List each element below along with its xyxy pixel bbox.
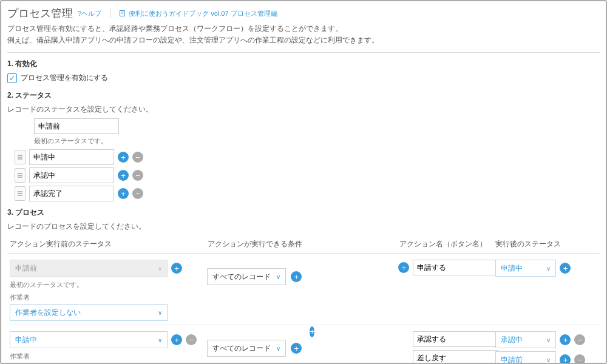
book-icon	[119, 10, 126, 17]
after-status-select[interactable]: 承認中∨	[495, 331, 556, 348]
add-status-button[interactable]: +	[118, 170, 129, 181]
col-before-status: アクション実行前のステータス	[10, 239, 208, 249]
help-link[interactable]: ?ヘルプ	[78, 9, 101, 18]
add-process-button[interactable]: +	[171, 334, 182, 345]
guidebook-link[interactable]: 便利に使おうガイドブック vol.07 プロセス管理編	[119, 9, 277, 18]
drag-handle[interactable]	[15, 186, 25, 201]
vertical-divider	[110, 8, 110, 18]
worker-select[interactable]: 作業者を設定しない∨	[10, 304, 168, 321]
section-process-heading: 3. プロセス	[7, 207, 600, 218]
section-divider	[7, 52, 600, 53]
action-name-input[interactable]	[413, 260, 498, 275]
worker-select[interactable]: 次のユーザーから作業者を選択∨	[10, 363, 168, 363]
worker-label: 作業者	[10, 293, 207, 302]
col-after-status: 実行後のステータス	[495, 239, 597, 249]
remove-status-button[interactable]: −	[132, 170, 143, 181]
process-description: レコードのプロセスを設定してください。	[7, 221, 600, 232]
action-name-input[interactable]	[413, 350, 498, 363]
add-action-button[interactable]: +	[398, 262, 409, 273]
add-branch-button[interactable]: +	[560, 263, 571, 274]
before-status-select[interactable]: 申請中∨	[10, 331, 168, 348]
remove-branch-button[interactable]: −	[574, 354, 585, 363]
add-action-button[interactable]: +	[310, 326, 314, 337]
page-description: プロセス管理を有効にすると、承認経路や業務プロセス（ワークフロー）を設定すること…	[7, 23, 600, 46]
add-status-button[interactable]: +	[118, 188, 129, 199]
page-title: プロセス管理	[7, 6, 73, 21]
status-input[interactable]	[29, 149, 114, 165]
remove-status-button[interactable]: −	[132, 188, 143, 199]
col-condition: アクションが実行できる条件	[208, 239, 399, 249]
remove-process-button[interactable]: −	[186, 334, 197, 345]
section-enable-heading: 1. 有効化	[7, 59, 600, 69]
add-status-button[interactable]: +	[118, 152, 129, 163]
col-action-name: アクション名（ボタン名）	[399, 239, 495, 249]
add-process-button[interactable]: +	[171, 263, 182, 274]
status-description: レコードのステータスを設定してください。	[7, 104, 600, 115]
condition-select[interactable]: すべてのレコード∨	[207, 340, 286, 357]
drag-handle[interactable]	[15, 168, 25, 183]
add-condition-button[interactable]: +	[291, 271, 302, 282]
drag-handle[interactable]	[15, 150, 25, 164]
after-status-select[interactable]: 申請前∨	[495, 351, 556, 363]
add-branch-button[interactable]: +	[560, 334, 571, 345]
status-first-note: 最初のステータスです。	[34, 136, 600, 146]
section-status-heading: 2. ステータス	[7, 90, 600, 101]
after-status-select[interactable]: 申請中∨	[495, 260, 556, 277]
status-input[interactable]	[29, 167, 114, 183]
remove-branch-button[interactable]: −	[574, 334, 585, 345]
status-input[interactable]	[29, 186, 114, 201]
remove-status-button[interactable]: −	[132, 152, 143, 163]
worker-label: 作業者	[10, 352, 207, 361]
condition-select[interactable]: すべてのレコード∨	[207, 268, 286, 285]
status-first-input[interactable]	[34, 118, 119, 134]
enable-checkbox[interactable]: ✓	[7, 73, 17, 83]
add-condition-button[interactable]: +	[291, 343, 302, 354]
first-status-note: 最初のステータスです。	[10, 280, 207, 289]
add-branch-button[interactable]: +	[560, 354, 571, 363]
before-status-select: 申請前∨	[10, 260, 168, 277]
guidebook-label: 便利に使おうガイドブック vol.07 プロセス管理編	[129, 9, 277, 18]
action-name-input[interactable]	[413, 331, 498, 347]
enable-checkbox-label: プロセス管理を有効にする	[21, 73, 108, 83]
